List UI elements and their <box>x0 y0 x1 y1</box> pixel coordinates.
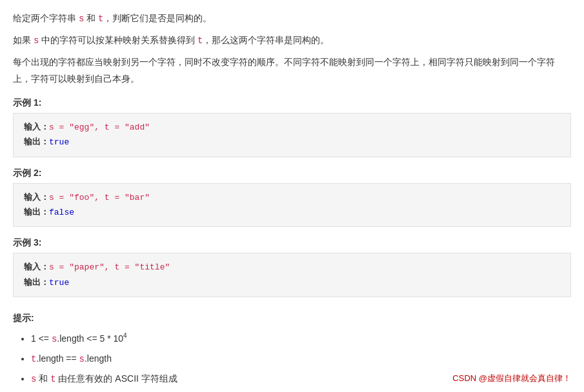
watermark: CSDN @虚假自律就会真自律！ <box>452 373 571 384</box>
example3-input: 输入：s = "paper", t = "title" <box>24 260 560 275</box>
hint-item-1: 1 <= s.length <= 5 * 104 <box>31 329 571 348</box>
example2-box: 输入：s = "foo", t = "bar" 输出：false <box>13 183 571 228</box>
hints-label: 提示: <box>13 313 571 324</box>
desc1: 给定两个字符串 s 和 t，判断它们是否是同构的。 <box>13 10 571 27</box>
problem-description: 给定两个字符串 s 和 t，判断它们是否是同构的。 如果 s 中的字符可以按某种… <box>13 10 571 87</box>
example1-label: 示例 1: <box>13 97 571 109</box>
hint-item-2: t.length == s.length <box>31 349 571 368</box>
example3-output: 输出：true <box>24 275 560 290</box>
desc2: 如果 s 中的字符可以按某种映射关系替换得到 t，那么这两个字符串是同构的。 <box>13 32 571 49</box>
example1-input: 输入：s = "egg", t = "add" <box>24 120 560 135</box>
example3-label: 示例 3: <box>13 237 571 249</box>
desc3: 每个出现的字符都应当映射到另一个字符，同时不改变字符的顺序。不同字符不能映射到同… <box>13 54 571 86</box>
example3-box: 输入：s = "paper", t = "title" 输出：true <box>13 253 571 297</box>
example1-box: 输入：s = "egg", t = "add" 输出：true <box>13 113 571 157</box>
example1-output: 输出：true <box>24 135 560 150</box>
example2-label: 示例 2: <box>13 168 571 179</box>
example2-input: 输入：s = "foo", t = "bar" <box>24 190 560 205</box>
example2-output: 输出：false <box>24 205 560 220</box>
